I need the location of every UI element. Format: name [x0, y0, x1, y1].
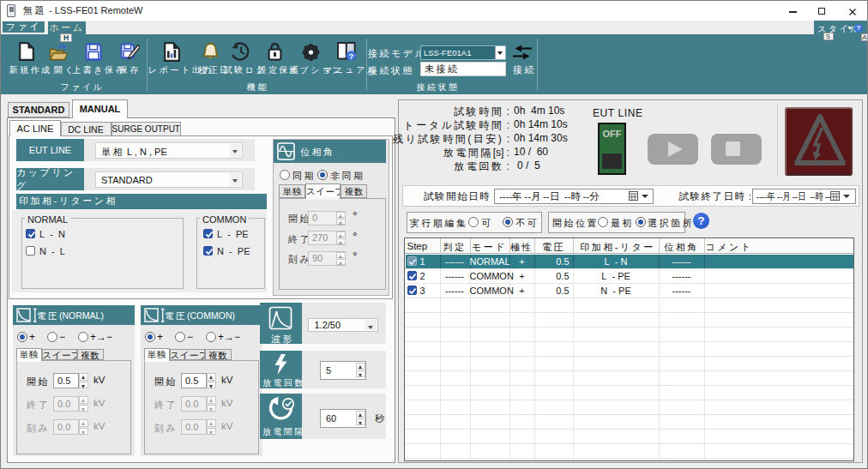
svg-text:?: ?: [348, 51, 353, 61]
